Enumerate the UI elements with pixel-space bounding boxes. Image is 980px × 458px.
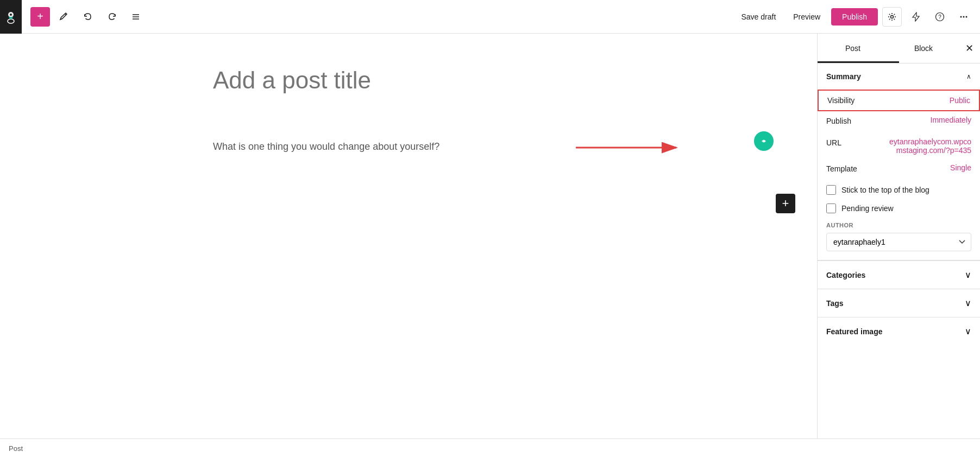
tab-post[interactable]: Post: [818, 34, 888, 63]
tab-indicator: [818, 61, 899, 63]
toolbar: + Save draft Preview Publish: [0, 0, 980, 34]
settings-button[interactable]: [882, 7, 902, 27]
tags-row[interactable]: Tags ∨: [818, 289, 980, 317]
categories-title: Categories: [826, 271, 865, 279]
publish-value: Immediately: [931, 116, 971, 124]
pencil-icon: [59, 12, 69, 22]
summary-title: Summary: [826, 72, 861, 81]
url-value[interactable]: eytanraphaelycom.wpcomstaging.com/?p=435: [884, 137, 971, 155]
pending-review-checkbox[interactable]: [826, 203, 836, 213]
list-view-button[interactable]: [126, 7, 146, 27]
url-label: URL: [826, 137, 841, 147]
help-button[interactable]: ?: [930, 7, 950, 27]
author-section: AUTHOR eytanraphaely1: [818, 218, 980, 260]
add-block-button[interactable]: +: [30, 7, 50, 27]
svg-point-10: [960, 16, 962, 17]
preview-button[interactable]: Preview: [787, 9, 827, 24]
author-section-label: AUTHOR: [826, 222, 971, 228]
sidebar-tabs: Post Block ✕: [818, 34, 980, 63]
svg-point-11: [963, 16, 965, 17]
svg-point-1: [8, 19, 14, 23]
tab-block[interactable]: Block: [888, 34, 959, 63]
sidebar: Post Block ✕ Summary ∧ Visibility Public…: [817, 34, 980, 438]
status-label: Post: [9, 444, 23, 453]
tags-title: Tags: [826, 299, 844, 308]
grammarly-button[interactable]: [754, 131, 774, 151]
svg-marker-7: [913, 12, 919, 21]
edit-icon-button[interactable]: [54, 7, 74, 27]
question-icon: ?: [935, 12, 945, 22]
insert-block-button[interactable]: +: [776, 194, 795, 213]
featured-image-row[interactable]: Featured image ∨: [818, 317, 980, 345]
extensions-button[interactable]: [906, 7, 926, 27]
main-layout: What is one thing you would change about…: [0, 34, 980, 438]
post-body-text: What is one thing you would change about…: [213, 139, 604, 155]
lightning-icon: [911, 12, 921, 22]
pending-review-row: Pending review: [818, 199, 980, 218]
svg-point-6: [891, 15, 894, 18]
editor-area: What is one thing you would change about…: [0, 34, 817, 438]
redo-button[interactable]: [102, 7, 122, 27]
svg-point-14: [763, 140, 765, 142]
summary-chevron-icon: ∧: [966, 73, 971, 80]
svg-point-2: [10, 14, 12, 16]
post-title-input[interactable]: [213, 66, 604, 124]
svg-text:?: ?: [938, 14, 941, 20]
status-bar: Post: [0, 438, 980, 458]
stick-to-top-label[interactable]: Stick to the top of the blog: [841, 186, 929, 194]
redo-icon: [107, 12, 117, 22]
gear-icon: [888, 12, 896, 21]
toolbar-right: Save draft Preview Publish ?: [734, 7, 973, 27]
author-select[interactable]: eytanraphaely1: [826, 233, 971, 251]
url-row: URL eytanraphaelycom.wpcomstaging.com/?p…: [818, 133, 980, 159]
editor-content: What is one thing you would change about…: [213, 66, 604, 154]
summary-section: Summary ∧ Visibility Public Publish Imme…: [818, 63, 980, 260]
visibility-label: Visibility: [827, 96, 855, 105]
visibility-value: Public: [950, 96, 970, 105]
template-value[interactable]: Single: [950, 163, 971, 172]
list-view-icon: [131, 12, 141, 22]
tags-chevron-icon: ∨: [965, 298, 971, 308]
grammarly-icon: [758, 136, 769, 147]
ellipsis-icon: [959, 12, 969, 22]
save-draft-button[interactable]: Save draft: [734, 9, 782, 24]
publish-row: Publish Immediately: [818, 111, 980, 133]
summary-header[interactable]: Summary ∧: [818, 63, 980, 90]
stick-to-top-checkbox[interactable]: [826, 185, 836, 195]
undo-button[interactable]: [78, 7, 98, 27]
publish-button[interactable]: Publish: [831, 8, 878, 26]
more-options-button[interactable]: [954, 7, 973, 27]
pending-review-label[interactable]: Pending review: [841, 204, 894, 213]
svg-point-12: [966, 16, 968, 17]
publish-label: Publish: [826, 116, 851, 125]
template-label: Template: [826, 163, 857, 173]
stick-to-top-row: Stick to the top of the blog: [818, 181, 980, 199]
featured-image-chevron-icon: ∨: [965, 326, 971, 336]
featured-image-title: Featured image: [826, 327, 882, 336]
template-row: Template Single: [818, 159, 980, 181]
undo-icon: [83, 12, 93, 22]
visibility-row[interactable]: Visibility Public: [818, 90, 980, 111]
sidebar-close-button[interactable]: ✕: [959, 34, 980, 63]
categories-chevron-icon: ∨: [965, 270, 971, 280]
categories-row[interactable]: Categories ∨: [818, 260, 980, 289]
app-logo: [0, 0, 22, 34]
